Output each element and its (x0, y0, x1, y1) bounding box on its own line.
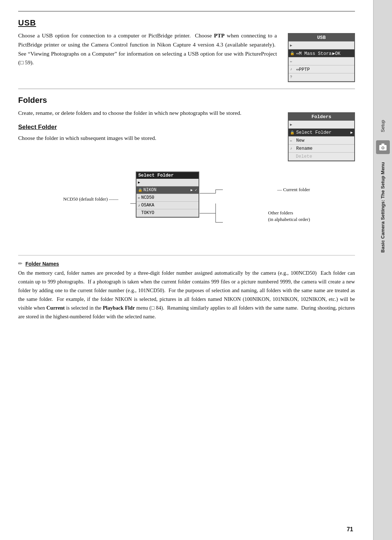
usb-body: Choose a USB option for connection to a … (18, 31, 355, 82)
select-lock-icon: 🔒 (138, 188, 142, 192)
select-folder-diagram: NCD50 (default folder) —— Select Folder … (63, 172, 310, 241)
folders-screen-header: Folders (289, 113, 354, 121)
lock-icon: 🔒 (290, 51, 295, 56)
folders-row-new: ✏ New (289, 137, 354, 145)
folder-names-header: ✏ Folder Names (18, 261, 355, 267)
usb-text: Choose a USB option for connection to a … (18, 31, 277, 67)
folders-menu-screen: Folders ▶ 🔒 Select Folder ▶ ✏ New ♪ (288, 112, 355, 161)
select-folder-title: Select Folder (18, 124, 277, 131)
select-note-icon: ♪ (138, 203, 140, 207)
side-tab: Setup Basic Camera Settings: The Setup M… (373, 0, 392, 540)
right-annotation-top: — Current folder (277, 187, 310, 193)
usb-screen-row-pencil: ✏ (289, 57, 354, 65)
pencil-row-icon: ✏ (290, 59, 295, 64)
left-annotation: NCD50 (default folder) —— (63, 196, 118, 202)
select-check-icon: ▶ ✓ (191, 188, 197, 192)
select-folder-screen: Select Folder ▶ 🔒 NIKON ▶ ✓ ✏ NCD50 ♪ (136, 172, 199, 218)
select-arrow-top: ▶ (138, 180, 140, 185)
select-row-tokyo: TOKYO (136, 209, 199, 217)
camera-icon (379, 142, 387, 152)
folders-intro: Create, rename, or delete folders and to… (18, 109, 277, 118)
top-arrow-icon: ▶ (290, 122, 295, 127)
select-empty-icon (138, 211, 140, 215)
help-icon: ? (290, 75, 295, 79)
folders-text-col: Create, rename, or delete folders and to… (18, 109, 277, 143)
usb-screen-row-ptp: ♪ ⇔PPTP (289, 65, 354, 73)
note-icon-2: ♪ (290, 146, 295, 150)
usb-screen-header: USB (289, 34, 354, 41)
usb-section: USB Choose a USB option for connection t… (18, 18, 355, 82)
select-row-osaka: ♪ OSAKA (136, 202, 199, 209)
page-number: 71 (347, 526, 353, 533)
top-divider (18, 11, 355, 12)
folders-row-select: 🔒 Select Folder ▶ (289, 129, 354, 137)
usb-screen-row-mass-storage: 🔒 ⇔M Mass Stora▶OK (289, 49, 354, 57)
select-arrow-icon: ▶ (350, 130, 353, 135)
svg-rect-8 (381, 144, 384, 145)
select-row-ncd50: ✏ NCD50 (136, 194, 199, 202)
select-row-top: ▶ (136, 179, 199, 186)
folders-row-delete: Delete (289, 153, 354, 161)
note-icon: ♪ (290, 67, 295, 71)
folder-names-section: ✏ Folder Names On the memory card, folde… (18, 255, 355, 321)
usb-title: USB (18, 18, 355, 28)
usb-screen-row-1: ▶ (289, 41, 354, 49)
lock-icon-2: 🔒 (290, 130, 295, 135)
side-icon (376, 140, 390, 154)
folder-names-title: Folder Names (25, 261, 59, 267)
pencil-icon-2: ✏ (290, 138, 295, 143)
select-screen-header: Select Folder (136, 172, 199, 179)
side-label-setup: Setup (380, 116, 385, 136)
folders-title: Folders (18, 96, 355, 105)
select-pencil-icon: ✏ (138, 196, 140, 200)
usb-screen-row-help: ? (289, 73, 354, 81)
folders-row-1: ▶ (289, 121, 354, 129)
mid-divider (18, 89, 355, 89)
folders-section: Folders Create, rename, or delete folder… (18, 96, 355, 241)
folders-screen: Folders ▶ 🔒 Select Folder ▶ ✏ New ♪ (288, 110, 355, 161)
usb-screen: USB ▶ 🔒 ⇔M Mass Stora▶OK ✏ ♪ ⇔PPTP ? (288, 33, 355, 82)
folders-body: Create, rename, or delete folders and to… (18, 109, 355, 161)
folder-names-pencil-icon: ✏ (18, 261, 23, 267)
select-folder-text: Choose the folder in which subsequent im… (18, 134, 277, 143)
folders-row-rename: ♪ Rename (289, 145, 354, 153)
side-label-settings: Basic Camera Settings: The Setup Menu (380, 158, 385, 256)
folder-names-text: On the memory card, folder names are pre… (18, 269, 355, 321)
arrow-icon: ▶ (290, 43, 295, 48)
svg-point-10 (382, 147, 384, 149)
main-content: USB Choose a USB option for connection t… (0, 0, 373, 540)
select-row-nikon: 🔒 NIKON ▶ ✓ (136, 186, 199, 194)
select-screen-widget: Select Folder ▶ 🔒 NIKON ▶ ✓ ✏ NCD50 ♪ (136, 172, 199, 218)
right-annotation-bottom: Other folders(in alphabetical order) (268, 210, 310, 223)
